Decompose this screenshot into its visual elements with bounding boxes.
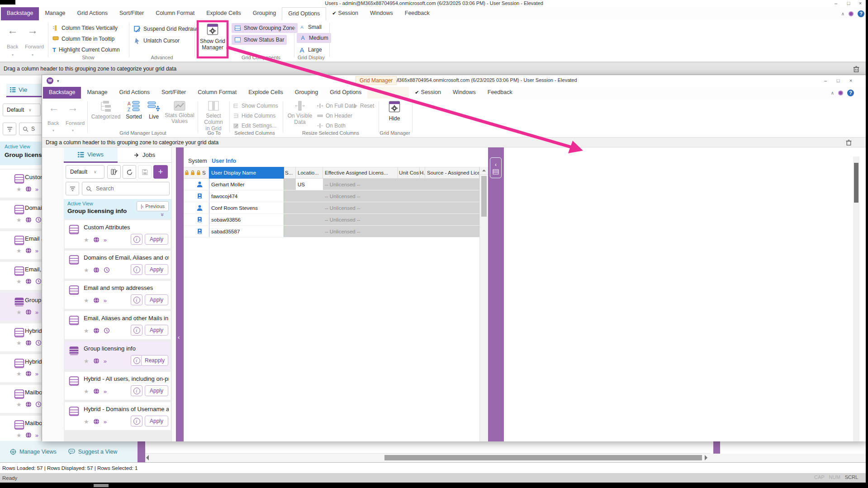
inner-forward-button[interactable]: Forward — [66, 120, 85, 126]
outer-grouping-zone[interactable]: Drag a column header to this grouping zo… — [0, 62, 868, 75]
search-input[interactable] — [95, 185, 163, 192]
tab-grid-actions[interactable]: Grid Actions — [71, 7, 114, 20]
outer-preset-dropdown[interactable]: Default∨ — [3, 104, 41, 116]
user-display-name-cell[interactable]: sobaw93856 — [209, 214, 284, 225]
column-title-in-tooltip-button[interactable]: Column Title in Tooltip — [52, 34, 114, 44]
forward-dropdown-icon[interactable]: ▾ — [32, 53, 33, 57]
inner-tab-grid-manager-contextual[interactable]: --- — [367, 87, 409, 99]
column-titles-vertically-button[interactable]: Column Titles Vertically — [52, 23, 118, 33]
save-view-button[interactable] — [138, 165, 152, 179]
s-cell[interactable] — [284, 190, 296, 202]
highlight-current-column-button[interactable]: T Highlight Current Column — [52, 45, 120, 55]
grid-manager-handle[interactable]: ‹ — [490, 157, 502, 178]
inner-tab-column-format[interactable]: Column Format — [192, 87, 242, 99]
tab-column-format[interactable]: Column Format — [150, 7, 200, 20]
location-cell[interactable] — [296, 214, 323, 225]
resize-on-visible-data-button[interactable]: On Visible Data — [285, 100, 314, 125]
show-status-bar-button[interactable]: Show Status Bar — [232, 35, 287, 45]
tab-backstage[interactable]: Backstage — [1, 7, 39, 20]
view-info-button[interactable]: i — [131, 264, 142, 275]
inner-tab-feedback[interactable]: Feedback — [482, 87, 518, 99]
views-search-box[interactable] — [82, 182, 170, 195]
edit-view-button[interactable] — [107, 165, 121, 179]
expand-chevrons-icon[interactable]: » — [159, 213, 166, 216]
preset-dropdown[interactable]: Default∨ — [66, 165, 104, 179]
inner-forward-arrow-icon[interactable]: → — [67, 101, 78, 114]
tab-sort-filter[interactable]: Sort/Filter — [114, 7, 150, 20]
stats-global-values-button[interactable]: Stats Global Values — [163, 100, 196, 124]
forward-button[interactable]: Forward — [25, 44, 44, 49]
sidebar-item[interactable]: Hybrid -★» — [0, 354, 42, 382]
view-list-item[interactable]: Group licensing info★»iReapply — [65, 341, 171, 370]
table-row[interactable]: fawocoj474-- Unlicensed -- — [184, 190, 479, 202]
hide-grid-manager-button[interactable]: Hide — [381, 100, 408, 122]
view-apply-button[interactable]: Apply — [145, 416, 168, 426]
grid-left-collapse-strip[interactable]: ‹ — [176, 147, 184, 441]
forward-arrow-icon[interactable]: → — [27, 24, 38, 37]
view-apply-button[interactable]: Apply — [145, 234, 168, 245]
user-display-name-cell[interactable]: fawocoj474 — [209, 190, 284, 202]
show-columns-button[interactable]: Show Columns — [233, 101, 278, 111]
user-display-name-cell[interactable]: Conf Room Stevens — [209, 202, 284, 213]
inner-minimize-button[interactable]: – — [820, 77, 831, 84]
back-dropdown-icon[interactable]: ▾ — [12, 53, 14, 57]
show-grid-manager-button[interactable]: Show Grid Manager — [198, 23, 228, 51]
column-header-s[interactable]: S... — [284, 167, 296, 179]
view-list-item[interactable]: Custom Attributes★»iApply — [65, 220, 171, 248]
view-list-item[interactable]: Domains of Email, Aliases and othe...★iA… — [65, 251, 171, 279]
maximize-button[interactable]: □ — [843, 0, 854, 7]
inner-back-arrow-icon[interactable]: ← — [48, 101, 59, 114]
grid-scroll-thumb[interactable] — [481, 176, 487, 217]
pinned-grid-row[interactable] — [145, 441, 710, 454]
grid-manager-collapse-strip[interactable]: ‹ — [488, 147, 504, 441]
inner-back-button[interactable]: Back — [47, 120, 59, 126]
column-header-unit-cost[interactable]: Unit Cost... — [398, 167, 420, 179]
add-view-button[interactable]: + — [153, 165, 168, 179]
user-display-name-cell[interactable]: Gerhart Moller — [209, 179, 284, 190]
outer-views-tab[interactable]: Vie — [6, 84, 42, 97]
effective-licenses-cell[interactable]: -- Unlicensed -- — [323, 214, 398, 225]
show-grouping-zone-button[interactable]: Show Grouping Zone — [232, 23, 298, 33]
inner-lamp-icon[interactable] — [838, 90, 843, 95]
close-button[interactable]: × — [854, 0, 866, 7]
table-row[interactable]: Conf Room Stevens-- Unlicensed -- — [184, 202, 479, 214]
view-info-button[interactable]: i — [131, 325, 142, 336]
sidebar-item[interactable]: Mailbox★» — [0, 416, 42, 441]
views-filter-button[interactable] — [66, 182, 79, 195]
view-info-button[interactable]: i — [131, 294, 142, 305]
resize-reset-button[interactable]: Reset — [351, 101, 374, 111]
view-apply-button[interactable]: Apply — [145, 264, 168, 275]
column-header-h[interactable]: H... — [420, 167, 425, 179]
minimize-button[interactable]: – — [830, 0, 842, 7]
grid-vertical-scrollbar[interactable] — [479, 167, 488, 441]
sidebar-item[interactable]: Hybrid -★ — [0, 323, 42, 351]
inner-trash-icon[interactable] — [845, 139, 852, 146]
s-cell[interactable] — [284, 202, 296, 213]
inner-grouping-zone[interactable]: Drag a column header to this grouping zo… — [42, 137, 868, 147]
view-apply-button[interactable]: Apply — [145, 325, 168, 336]
s-cell[interactable] — [284, 179, 296, 190]
tab-grouping[interactable]: Grouping — [247, 7, 282, 20]
sidebar-item[interactable]: Email ar★» — [0, 231, 42, 259]
inner-tab-explode-cells[interactable]: Explode Cells — [242, 87, 289, 99]
lamp-icon[interactable] — [849, 11, 854, 16]
effective-licenses-cell[interactable]: -- Unlicensed -- — [323, 202, 398, 213]
edit-settings-button[interactable]: Edit Settings... — [233, 121, 276, 131]
view-info-button[interactable]: i — [131, 234, 142, 245]
suspend-grid-redraw-button[interactable]: Suspend Grid Redraw — [134, 24, 197, 34]
grid-manager-scrollbar[interactable] — [853, 156, 859, 441]
scroll-left-icon[interactable] — [146, 455, 149, 460]
effective-licenses-cell[interactable]: -- Unlicensed -- — [323, 179, 398, 190]
refresh-button[interactable] — [123, 165, 136, 179]
view-list-item[interactable]: Hybrid - All users, including on-pr...★»… — [65, 372, 171, 400]
location-cell[interactable] — [296, 226, 323, 237]
categorized-button[interactable]: Categorized — [90, 100, 122, 120]
resize-on-header-button[interactable]: On Header — [317, 111, 352, 121]
location-cell[interactable] — [296, 202, 323, 213]
table-row[interactable]: Gerhart MollerUS-- Unlicensed -- — [184, 179, 479, 190]
inner-collapse-ribbon-icon[interactable]: ∧ — [831, 90, 834, 95]
scroll-right-icon[interactable] — [705, 455, 707, 460]
tab-windows[interactable]: Windows — [364, 7, 399, 20]
view-info-button[interactable]: i — [131, 385, 142, 396]
inner-tab-grid-actions[interactable]: Grid Actions — [114, 87, 156, 99]
